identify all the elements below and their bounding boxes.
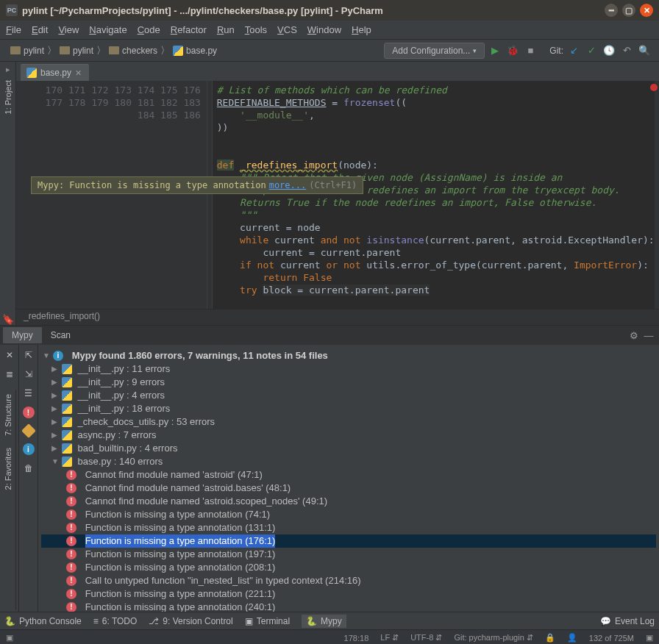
event-log[interactable]: 💬Event Log — [600, 616, 655, 626]
git-label: Git: — [549, 46, 563, 56]
bottom-tool-versioncontrol[interactable]: ⎇9: Version Control — [149, 616, 232, 626]
close-button[interactable]: ✕ — [640, 4, 653, 17]
file-__init__.py[interactable]: ▶ __init__.py : 4 errors — [41, 389, 656, 402]
breadcrumb-pylint[interactable]: pylint — [57, 44, 96, 57]
menu-code[interactable]: Code — [138, 24, 160, 35]
error-row-3[interactable]: ! Function is missing a type annotation … — [41, 508, 656, 521]
vcs-history-icon[interactable]: 🕓 — [602, 43, 616, 58]
editor-tab-base[interactable]: base.py ✕ — [21, 64, 89, 81]
expand-icon[interactable]: ⇱ — [23, 349, 35, 361]
toggle1-icon[interactable]: ☰ — [23, 387, 35, 399]
info-filter-icon[interactable]: i — [23, 443, 35, 455]
error-row-8[interactable]: ! Call to untyped function "in_nested_li… — [41, 574, 656, 587]
error-stripe[interactable] — [655, 81, 659, 309]
menu-tools[interactable]: Tools — [245, 24, 267, 35]
tool-window-mypy: Mypy Scan ⚙ — ✕ ≣ ▶ ◧ ▭ ⇥ ▤ ⚙ ⇱ ⇲ ☰ ! i … — [0, 325, 659, 612]
close-icon[interactable]: ✕ — [4, 349, 15, 361]
sidebar-tab-project[interactable]: 1: Project — [2, 76, 14, 118]
errors-filter-icon[interactable]: ! — [23, 407, 35, 418]
encoding[interactable]: UTF-8 ⇵ — [410, 633, 442, 643]
error-row-2[interactable]: ! Cannot find module named 'astroid.scop… — [41, 495, 656, 508]
file-__init__.py[interactable]: ▶ __init__.py : 9 errors — [41, 376, 656, 389]
filter1-icon[interactable]: ≣ — [4, 368, 15, 380]
statusbar-corner-icon[interactable]: ▣ — [6, 633, 13, 643]
code-area[interactable]: # List of methods which can be redefined… — [213, 81, 655, 309]
menu-help[interactable]: Help — [352, 24, 371, 35]
menu-run[interactable]: Run — [217, 24, 235, 35]
menu-vcs[interactable]: VCS — [277, 24, 297, 35]
error-row-4[interactable]: ! Function is missing a type annotation … — [41, 521, 656, 534]
menu-edit[interactable]: Edit — [32, 24, 48, 35]
titlebar: PC pylint [~/PycharmProjects/pylint] - .… — [0, 0, 659, 21]
file-_check_docs_utils.py[interactable]: ▶ _check_docs_utils.py : 53 errors — [41, 415, 656, 429]
tooltip-more-link[interactable]: more... — [269, 180, 307, 190]
error-row-10[interactable]: ! Function is missing a type annotation … — [41, 601, 656, 612]
menu-refactor[interactable]: Refactor — [171, 24, 207, 35]
file-async.py[interactable]: ▶ async.py : 7 errors — [41, 429, 656, 442]
search-icon[interactable]: 🔍 — [637, 43, 652, 58]
lock-icon[interactable]: 🔒 — [545, 633, 555, 643]
breadcrumb-pylint[interactable]: pylint — [7, 44, 47, 57]
line-numbers: 170 171 172 173 174 175 176 177 178 179 … — [16, 81, 207, 309]
caret-position[interactable]: 178:18 — [344, 634, 369, 643]
bottom-tool-todo[interactable]: ≡6: TODO — [93, 616, 138, 626]
menu-navigate[interactable]: Navigate — [89, 24, 127, 35]
menu-window[interactable]: Window — [307, 24, 341, 35]
left-tool-stripe: ▸ 1: Project 🔖 — [0, 62, 16, 325]
error-row-6[interactable]: ! Function is missing a type annotation … — [41, 548, 656, 561]
sidebar-tab-favorites[interactable]: 2: Favorites — [2, 443, 14, 494]
stop-icon[interactable]: ■ — [523, 43, 538, 58]
error-row-9[interactable]: ! Function is missing a type annotation … — [41, 587, 656, 601]
menu-file[interactable]: File — [6, 24, 21, 35]
error-row-5[interactable]: ! Function is missing a type annotation … — [41, 534, 656, 548]
fold-gutter[interactable] — [207, 81, 213, 309]
mypy-summary[interactable]: ▼i Mypy found 1.860 errors, 7 warnings, … — [41, 349, 656, 362]
bottom-tool-mypy[interactable]: 🐍Mypy — [302, 615, 346, 628]
debug-icon[interactable]: 🐞 — [505, 43, 520, 58]
line-separator[interactable]: LF ⇵ — [380, 633, 399, 643]
hide-icon[interactable]: — — [641, 328, 656, 343]
left-tool-stripe-bottom: 7: Structure 2: Favorites — [0, 390, 16, 610]
editor-tabs: base.py ✕ — [16, 62, 659, 81]
bottom-tool-terminal[interactable]: ▣Terminal — [245, 616, 290, 626]
file-bad_builtin.py[interactable]: ▶ bad_builtin.py : 4 errors — [41, 442, 656, 455]
folder-icon — [60, 46, 70, 54]
file-base-expanded[interactable]: ▼ base.py : 140 errors — [41, 455, 656, 468]
editor-breadcrumb[interactable]: _redefines_import() — [16, 309, 659, 325]
vcs-commit-icon[interactable]: ✓ — [584, 43, 599, 58]
menu-view[interactable]: View — [58, 24, 79, 35]
collapse-icon[interactable]: ⇲ — [23, 368, 35, 380]
maximize-button[interactable]: ▢ — [622, 4, 635, 17]
error-row-7[interactable]: ! Function is missing a type annotation … — [41, 561, 656, 574]
project-collapse-icon[interactable]: ▸ — [6, 65, 10, 74]
bottom-tool-tabs: 🐍Python Console≡6: TODO⎇9: Version Contr… — [0, 612, 659, 629]
close-tab-icon[interactable]: ✕ — [75, 68, 82, 78]
run-config-button[interactable]: Add Configuration...▾ — [384, 43, 485, 59]
git-branch[interactable]: Git: pycharm-plugin ⇵ — [454, 633, 532, 643]
error-row-0[interactable]: ! Cannot find module named 'astroid' (47… — [41, 468, 656, 482]
run-icon[interactable]: ▶ — [488, 43, 502, 58]
vcs-revert-icon[interactable]: ↶ — [619, 43, 634, 58]
error-row-1[interactable]: ! Cannot find module named 'astroid.base… — [41, 482, 656, 495]
window-title: pylint [~/PycharmProjects/pylint] - .../… — [22, 5, 383, 16]
python-file-icon — [26, 68, 37, 78]
tool-tab-mypy[interactable]: Mypy — [3, 327, 42, 343]
file-__init__.py[interactable]: ▶ __init__.py : 11 errors — [41, 362, 656, 376]
minimize-button[interactable]: ━ — [605, 4, 618, 17]
bottom-tool-pythonconsole[interactable]: 🐍Python Console — [4, 616, 82, 626]
ide-errors-icon[interactable]: ▣ — [646, 633, 653, 643]
sidebar-tab-structure[interactable]: 7: Structure — [2, 390, 14, 440]
code-editor[interactable]: 170 171 172 173 174 175 176 177 178 179 … — [16, 81, 659, 309]
warnings-filter-icon[interactable] — [21, 423, 36, 438]
inspector-icon[interactable]: 👤 — [567, 633, 577, 643]
settings-icon[interactable]: ⚙ — [627, 328, 641, 343]
memory-indicator[interactable]: 132 of 725M — [589, 634, 634, 643]
mypy-results-tree[interactable]: ▼i Mypy found 1.860 errors, 7 warnings, … — [38, 345, 659, 612]
tool-tab-scan[interactable]: Scan — [42, 327, 79, 343]
trash-icon[interactable]: 🗑 — [23, 462, 35, 474]
breadcrumb-checkers[interactable]: checkers — [106, 44, 160, 57]
file-__init__.py[interactable]: ▶ __init__.py : 18 errors — [41, 402, 656, 415]
breadcrumb-base.py[interactable]: base.py — [170, 44, 220, 57]
vcs-update-icon[interactable]: ↙ — [566, 43, 581, 58]
bookmarks-icon[interactable]: 🔖 — [2, 314, 14, 325]
